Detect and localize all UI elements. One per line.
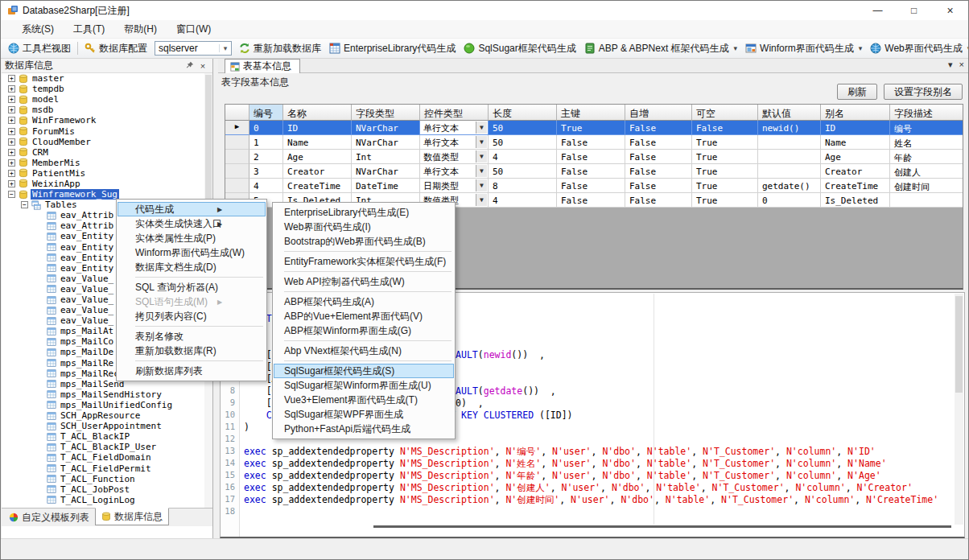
expander-icon[interactable]: + bbox=[8, 117, 15, 124]
chevron-down-icon[interactable]: ▼ bbox=[476, 179, 487, 191]
expander-icon[interactable]: + bbox=[8, 170, 15, 177]
menu-item-EnterpriseLibrary代码生成(E)[interactable]: EnterpriseLibrary代码生成(E) bbox=[274, 205, 454, 220]
grid-cell[interactable]: Is_Deleted bbox=[821, 193, 890, 208]
grid-cell[interactable]: True bbox=[692, 150, 758, 164]
tree-item-T_ACL_BlackIP[interactable]: T_ACL_BlackIP bbox=[2, 431, 212, 442]
tree-item-tempdb[interactable]: +tempdb bbox=[2, 84, 212, 94]
editor-horizontal-scrollbar[interactable] bbox=[373, 525, 951, 528]
grid-column-header-编号[interactable]: 编号 bbox=[249, 105, 283, 121]
menu-item-ABP的Vue+Element界面代码(V)[interactable]: ABP的Vue+Element界面代码(V) bbox=[274, 309, 454, 323]
grid-cell[interactable]: DateTime bbox=[352, 179, 420, 193]
toolbar-button-Web界面代码生成[interactable]: Web界面代码生成▾ bbox=[866, 40, 969, 57]
menubar-item-帮助(H)[interactable]: 帮助(H) bbox=[114, 20, 167, 39]
menu-item-数据库文档生成(D)[interactable]: 数据库文档生成(D) bbox=[118, 260, 266, 274]
menu-item-刷新数据库列表[interactable]: 刷新数据库列表 bbox=[118, 364, 266, 378]
expander-icon[interactable]: + bbox=[8, 85, 15, 93]
grid-cell[interactable]: Int bbox=[352, 150, 420, 164]
menu-item-Web API控制器代码生成(W)[interactable]: Web API控制器代码生成(W) bbox=[274, 274, 454, 289]
table-row[interactable]: 4CreateTimeDateTime日期类型▼8FalseFalseTrueg… bbox=[225, 179, 963, 193]
panel-close-icon[interactable]: × bbox=[959, 60, 964, 70]
grid-cell[interactable]: False bbox=[692, 121, 758, 135]
menu-item-ABP框架Winform界面生成(G)[interactable]: ABP框架Winform界面生成(G) bbox=[274, 323, 454, 338]
grid-cell-combo[interactable]: 单行文本▼ bbox=[420, 121, 489, 135]
chevron-down-icon[interactable]: ▼ bbox=[476, 150, 487, 163]
grid-cell[interactable] bbox=[758, 135, 821, 150]
expander-icon[interactable]: + bbox=[8, 159, 15, 167]
grid-cell[interactable]: True bbox=[692, 193, 758, 208]
expander-icon[interactable]: + bbox=[8, 106, 15, 113]
grid-cell[interactable] bbox=[758, 164, 821, 179]
grid-column-header-别名[interactable]: 别名 bbox=[821, 105, 890, 121]
grid-cell[interactable]: Name bbox=[821, 135, 890, 150]
grid-cell[interactable]: False bbox=[557, 164, 625, 179]
expander-icon[interactable]: + bbox=[8, 75, 15, 82]
table-row[interactable]: 3CreatorNVarChar单行文本▼50FalseFalseTrueCre… bbox=[225, 164, 963, 179]
grid-cell[interactable]: ID bbox=[283, 121, 352, 135]
grid-cell[interactable]: False bbox=[557, 193, 625, 208]
expander-icon[interactable]: + bbox=[8, 96, 15, 103]
chevron-down-icon[interactable]: ▼ bbox=[476, 121, 487, 134]
menu-item-表别名修改[interactable]: 表别名修改 bbox=[118, 329, 266, 344]
grid-cell[interactable]: 姓名 bbox=[890, 135, 963, 150]
grid-cell[interactable]: False bbox=[625, 193, 692, 208]
grid-cell[interactable] bbox=[890, 193, 963, 208]
grid-cell[interactable]: True bbox=[692, 135, 758, 150]
menu-item-SqlSugar框架Winform界面生成(U)[interactable]: SqlSugar框架Winform界面生成(U) bbox=[274, 378, 454, 393]
grid-cell[interactable]: 编号 bbox=[890, 121, 963, 135]
expander-icon[interactable]: − bbox=[21, 201, 28, 208]
grid-cell[interactable]: False bbox=[625, 179, 692, 193]
grid-column-header-控件类型[interactable]: 控件类型 bbox=[420, 105, 489, 121]
row-header-cell[interactable] bbox=[225, 164, 249, 179]
grid-cell[interactable]: Name bbox=[283, 135, 352, 150]
menu-item-Bootstrap的Web界面代码生成(B)[interactable]: Bootstrap的Web界面代码生成(B) bbox=[274, 234, 454, 249]
minimize-button[interactable]: — bbox=[860, 1, 896, 20]
tree-item-SCH_AppResource[interactable]: SCH_AppResource bbox=[2, 410, 212, 421]
tree-item-WinFramework[interactable]: +WinFramework bbox=[2, 115, 212, 126]
row-header-cell[interactable] bbox=[225, 179, 249, 193]
expander-icon[interactable]: + bbox=[8, 180, 15, 187]
menu-item-Web界面代码生成(I)[interactable]: Web界面代码生成(I) bbox=[274, 220, 454, 234]
grid-column-header-默认值[interactable]: 默认值 bbox=[758, 105, 821, 121]
row-header-cell[interactable] bbox=[225, 135, 249, 150]
grid-column-header-字段描述[interactable]: 字段描述 bbox=[890, 105, 963, 121]
table-row[interactable]: 2AgeInt数值类型▼4FalseFalseTrueAge年龄 bbox=[225, 150, 963, 164]
tree-item-T_ACL_FieldDomain[interactable]: T_ACL_FieldDomain bbox=[2, 452, 212, 463]
menu-item-实体类生成快速入口[interactable]: 实体类生成快速入口▶ bbox=[118, 216, 266, 231]
menu-item-Winform界面代码生成(W)[interactable]: Winform界面代码生成(W) bbox=[118, 245, 266, 260]
grid-cell[interactable]: CreateTime bbox=[821, 179, 890, 193]
tree-item-T_ACL_LoginLog[interactable]: T_ACL_LoginLog bbox=[2, 495, 212, 505]
menubar-item-系统(S)[interactable]: 系统(S) bbox=[12, 20, 64, 39]
grid-cell[interactable]: False bbox=[625, 135, 692, 150]
menu-item-Python+FastApi后端代码生成[interactable]: Python+FastApi后端代码生成 bbox=[274, 422, 454, 436]
grid-cell[interactable]: CreateTime bbox=[283, 179, 352, 193]
editor-vertical-scrollbar[interactable] bbox=[955, 294, 963, 525]
grid-column-header-marker[interactable] bbox=[225, 105, 249, 121]
chevron-down-icon[interactable]: ▼ bbox=[476, 194, 487, 206]
grid-cell[interactable]: True bbox=[557, 121, 625, 135]
grid-cell[interactable]: 0 bbox=[249, 121, 283, 135]
pin-icon[interactable] bbox=[183, 61, 196, 71]
tree-item-msdb[interactable]: +msdb bbox=[2, 105, 212, 115]
chevron-down-icon[interactable]: ▼ bbox=[476, 136, 487, 148]
tree-item-T_ACL_Function[interactable]: T_ACL_Function bbox=[2, 474, 212, 484]
grid-cell[interactable]: NVarChar bbox=[352, 121, 420, 135]
grid-cell[interactable]: newid() bbox=[758, 121, 821, 135]
grid-cell[interactable]: 创建时间 bbox=[890, 179, 963, 193]
menu-item-ABP框架代码生成(A)[interactable]: ABP框架代码生成(A) bbox=[274, 294, 454, 309]
tree-item-T_ACL_JobPost[interactable]: T_ACL_JobPost bbox=[2, 484, 212, 495]
grid-cell-combo[interactable]: 日期类型▼ bbox=[420, 179, 489, 193]
table-row[interactable]: ▶0IDNVarChar单行文本▼50TrueFalseFalsenewid()… bbox=[225, 121, 963, 135]
toolbar-button-SqlSugar框架代码生成[interactable]: SqlSugar框架代码生成 bbox=[460, 40, 579, 57]
menu-item-EntityFramework实体框架代码生成(F)[interactable]: EntityFramework实体框架代码生成(F) bbox=[274, 254, 454, 269]
grid-cell[interactable]: 4 bbox=[249, 179, 283, 193]
grid-column-header-可空[interactable]: 可空 bbox=[692, 105, 758, 121]
tree-item-T_ACL_FieldPermit[interactable]: T_ACL_FieldPermit bbox=[2, 463, 212, 473]
bottom-tab-数据库信息[interactable]: 数据库信息 bbox=[95, 508, 169, 525]
grid-cell[interactable]: Creator bbox=[821, 164, 890, 179]
grid-column-header-自增[interactable]: 自增 bbox=[625, 105, 692, 121]
tree-item-MemberMis[interactable]: +MemberMis bbox=[2, 158, 212, 168]
close-button[interactable]: × bbox=[932, 1, 968, 20]
grid-cell[interactable]: False bbox=[557, 179, 625, 193]
editor-vscroll-thumb[interactable] bbox=[955, 296, 963, 393]
tree-item-mps_MailSendHistory[interactable]: mps_MailSendHistory bbox=[2, 389, 212, 400]
